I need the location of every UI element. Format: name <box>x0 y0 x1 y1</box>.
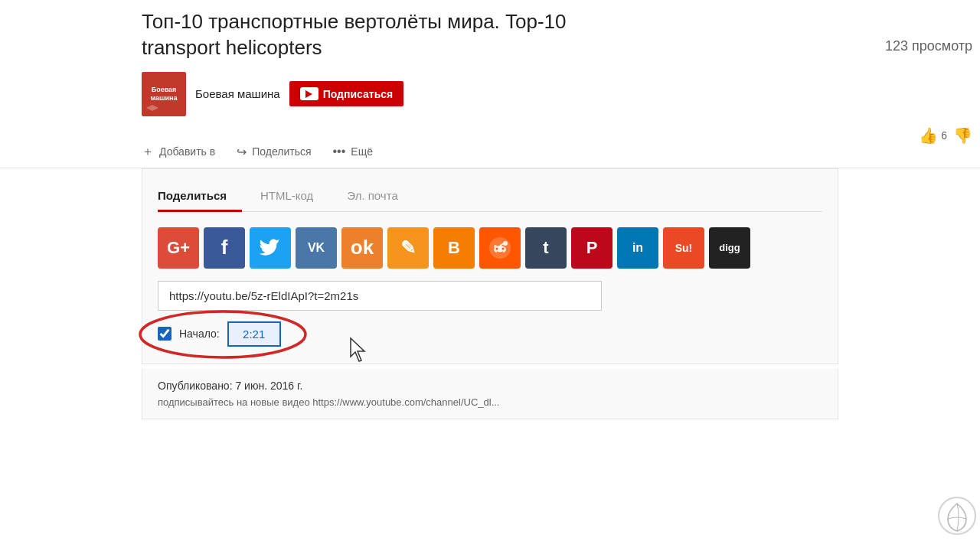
social-icons-grid: G+ f VK ok ✎ B <box>158 227 822 269</box>
tab-share[interactable]: Поделиться <box>158 183 242 212</box>
google-plus-icon[interactable]: G+ <box>158 227 199 269</box>
share-tabs: Поделиться HTML-код Эл. почта <box>158 183 822 212</box>
twitter-icon[interactable] <box>250 227 291 269</box>
share-button[interactable]: ↪ Поделиться <box>237 145 311 159</box>
start-time-checkbox[interactable] <box>158 327 172 341</box>
description-text: подписывайтесь на новые видео https://ww… <box>158 396 822 408</box>
thumbs-up-icon: 👍 <box>919 126 938 145</box>
svg-point-2 <box>496 247 498 249</box>
share-url-input[interactable] <box>158 281 602 311</box>
like-button[interactable]: 👍 6 <box>919 126 947 145</box>
dislike-button[interactable]: 👎 <box>953 126 972 145</box>
channel-name: Боевая машина <box>195 87 280 100</box>
tumblr-icon[interactable]: t <box>525 227 567 269</box>
views-count: 123 просмотр <box>885 38 972 54</box>
digg-icon[interactable]: digg <box>709 227 750 269</box>
subscribe-button[interactable]: Подписаться <box>289 81 404 106</box>
vk-icon[interactable]: VK <box>296 227 337 269</box>
linkedin-icon[interactable]: in <box>617 227 658 269</box>
add-to-button[interactable]: ＋ Добавить в <box>142 144 215 160</box>
blogger-icon[interactable]: B <box>433 227 475 269</box>
channel-avatar: Боеваямашина <box>142 72 186 116</box>
thumbs-down-icon: 👎 <box>953 126 972 145</box>
pinterest-icon[interactable]: P <box>571 227 612 269</box>
main-container: Топ-10 транспортные вертолёты мира. Top-… <box>0 0 980 551</box>
more-button[interactable]: ••• Ещё <box>333 145 373 158</box>
tab-html[interactable]: HTML-код <box>260 183 328 212</box>
action-bar: ＋ Добавить в ↪ Поделиться ••• Ещё <box>0 136 980 168</box>
channel-row: Боеваямашина Боевая машина Подписаться <box>142 72 838 116</box>
svg-point-5 <box>494 245 497 248</box>
title-section: Топ-10 транспортные вертолёты мира. Top-… <box>0 0 980 136</box>
published-date: Опубликовано: 7 июн. 2016 г. <box>158 380 822 392</box>
youtube-logo-icon <box>300 87 318 100</box>
start-time-row: Начало: <box>158 321 822 347</box>
video-title: Топ-10 транспортные вертолёты мира. Top-… <box>142 9 838 61</box>
share-icon: ↪ <box>237 145 247 159</box>
ellipsis-icon: ••• <box>333 145 346 158</box>
plus-icon: ＋ <box>142 144 154 160</box>
watermark <box>937 496 977 536</box>
reddit-icon[interactable] <box>479 227 521 269</box>
like-dislike-section: 👍 6 👎 <box>919 126 972 145</box>
description-section: Опубликовано: 7 июн. 2016 г. подписывайт… <box>142 369 838 419</box>
svg-point-3 <box>502 247 505 249</box>
pencil-edit-icon[interactable]: ✎ <box>387 227 429 269</box>
share-panel: Поделиться HTML-код Эл. почта G+ f VK ok… <box>142 168 838 364</box>
start-time-input[interactable] <box>227 321 281 347</box>
stumbleupon-icon[interactable]: Su! <box>663 227 704 269</box>
odnoklassniki-icon[interactable]: ok <box>341 227 383 269</box>
tab-email[interactable]: Эл. почта <box>347 183 413 212</box>
facebook-icon[interactable]: f <box>204 227 245 269</box>
start-label[interactable]: Начало: <box>179 328 220 340</box>
